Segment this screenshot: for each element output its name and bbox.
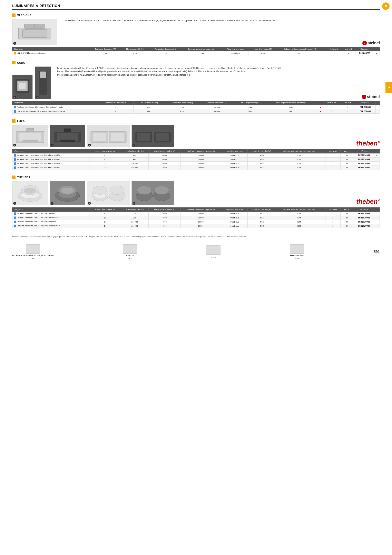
theleda-td-ik-4: IK04 [276,224,322,228]
td-ref: DHL065256 [355,51,374,55]
theleda-row-4: 4 [14,225,16,227]
svg-point-28 [24,188,36,194]
theleda-td-fl-3: 2 x 900 [121,220,149,224]
cubo-images: 1 2 [12,66,53,99]
luxa-td-lt-1: 30000 [180,153,221,158]
cubo-td-unit-1: P. [340,105,355,109]
luxa-td-rf-2: THB1020982 [354,158,374,162]
theleda-td-mt-2: 1 [325,216,341,220]
th-flux: Flux lumineux utile (lm) [121,47,149,51]
corner-bulb-icon [382,2,390,10]
ref-luxa-3: THB1020983 [358,162,370,165]
theben-text-luxa: theben® [356,139,380,147]
luxa-th-flux: Flux lumineux utile (lm) [121,149,149,153]
luxa-row-3: 3 [14,162,16,165]
theleda-td-des-2: 2 Projecteur Détecteur LED 102-180 12w a… [13,216,89,220]
bottom-nav-item-1[interactable]: ÉCLAIRAGE EXTÉRIEUR TECHNIQUE ET URBAIN … [12,244,53,259]
luxa-th-unit: Unit. fact. [340,149,354,153]
theleda-td-wf-3 [322,220,325,224]
theleda-td-pw-4: 24 [89,224,121,228]
cubo-color-box [12,61,15,64]
theleda-td-ip-3: IP55 [248,220,276,224]
td-power: 18.6 [90,51,121,55]
theleda-td-des-3: 3 Projecteur Détecteur LED 102-180 24w b… [13,220,89,224]
theleda-td-tp-3: 4000 [149,220,180,224]
theleda-th-mult: Mult. vente [325,208,341,212]
th-power: Puissance du système (W) [90,47,121,51]
luxa-td-wf-2 [322,158,325,162]
theleda-td-wf-1 [322,212,325,216]
side-tab-label: ▶ [388,86,391,89]
row-num-2: 2 [14,110,16,113]
th-check [374,47,380,51]
luxa-td-ck-4 [374,166,379,170]
cubo-th-wifi [317,101,323,105]
table-row: 4 Projecteur LED avec détecteur theLeda … [13,166,380,170]
luxa-td-ip-2: IP55 [248,158,276,162]
luxa-td-ck-2 [374,158,379,162]
theleda-td-rf-3: THB1020943 [354,220,374,224]
luxa-img-num-2: 2 [51,144,53,146]
ref-value: DHL065256 [359,52,370,54]
bulb-svg [384,4,388,8]
td-mult: 1 [327,51,342,55]
luxa-td-ik-1: IK04 [276,153,322,158]
theleda-td-ip-1: IP55 [248,212,276,216]
luxa-td-un-3: P. [340,162,354,166]
luxa-image-4: 4 [131,125,174,147]
luxa-td-fl-4: 2 x 840 [121,166,149,170]
bottom-nav-item-3[interactable]: P. 633 [206,245,221,258]
section-color-box [12,14,15,17]
luxa-td-pw-3: 20 [89,162,121,166]
td-unit: P. [342,51,355,55]
cubo-th-check [376,101,380,105]
row-num: 1 [14,52,16,55]
bottom-nav-item-4[interactable]: APPAREILLAGES P. 633 [290,244,304,259]
table-row: 2 Borne GL 85-900 avec détecteur et Blue… [13,109,380,114]
bottom-nav-label-2: SOURCES [126,254,134,256]
ref-theleda-4: THB1020944 [358,225,370,227]
luxa-td-des-1: 1 Projecteur LED avec détecteur theLeda … [13,153,89,158]
th-ip: Indice de protection (IP) [249,47,277,51]
bottom-nav-label-1: ÉCLAIRAGE EXTÉRIEUR TECHNIQUE ET URBAIN [12,254,53,256]
side-tab[interactable]: ▶ [385,82,392,93]
theleda-image-2: 2 [50,181,85,205]
cubo-description: Luminaires à détection Cubo, détecteur i… [57,66,380,93]
xled-svg [16,22,53,42]
table-row: 2 Projecteur Détecteur LED 102-180 12w a… [13,216,380,220]
luxa-td-pw-1: 10 [89,153,121,158]
luxa-td-mt-3: 1 [325,162,341,166]
luxa-svg-4 [134,127,172,145]
xled-description: Projecteur pour plafond ou mur XLED ONE … [65,19,380,39]
theleda-td-fl-1: 900 [121,212,149,216]
ref-theleda-2: THB1020942 [358,217,370,219]
theleda-td-mt-3: 1 [325,220,341,224]
theleda-td-rp-3: symétrique [221,220,248,224]
cubo-td-ip-2: IP44 [234,109,266,114]
theleda-td-rf-4: THB1020944 [354,224,374,228]
xled-desc-col: Projecteur pour plafond ou mur XLED ONE … [65,19,380,45]
svg-rect-8 [40,72,46,78]
theleda-th-temp: Température de couleur (K) [149,208,180,212]
theleda-td-rp-1: symétrique [221,212,248,216]
luxa-td-mt-2: 1 [325,158,341,162]
theleda-td-un-2: P. [340,216,354,220]
td-check: ✓ [374,51,380,55]
luxa-td-ip-3: IP55 [248,162,276,166]
luxa-td-lt-3: 30000 [180,162,221,166]
img-num-1: 1 [13,96,16,98]
cubo-td-wifi-1: ● [317,105,323,109]
bottom-nav-item-2[interactable]: SOURCES P. 615 [123,244,137,259]
theleda-th-lifetime: Durée de vie nominale moyenne (h) [180,208,221,212]
cubo-td-flux-2: 655 [133,109,164,114]
luxa-svg-1 [15,127,45,145]
theleda-svg-4 [134,183,172,203]
svg-rect-19 [93,133,106,141]
luxa-td-lt-4: 30000 [180,166,221,170]
cubo-td-power-1: 9 [98,105,134,109]
svg-rect-20 [111,133,124,141]
svg-rect-6 [19,83,26,89]
luxa-td-ck-1: ✓ [374,153,379,158]
luxa-th-lifetime: Durée de vie nominale moyenne (h) [180,149,221,153]
svg-rect-24 [156,133,169,141]
